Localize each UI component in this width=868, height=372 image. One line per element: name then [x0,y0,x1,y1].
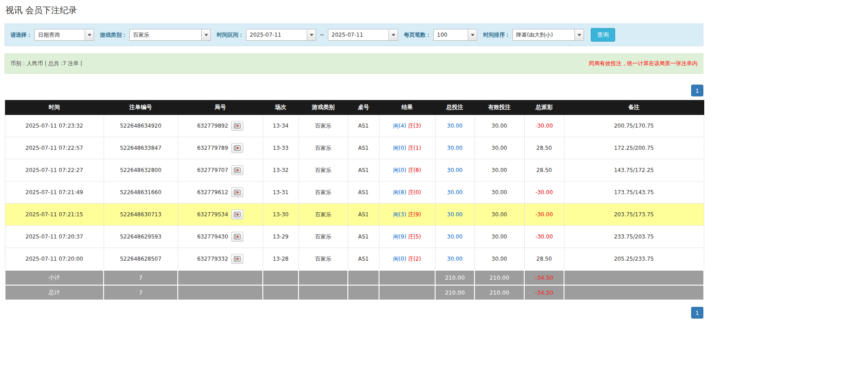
page-size-combo [433,29,477,41]
cell-time: 2025-07-11 07:21:49 [5,181,104,204]
cell-round-id: 632779707 [178,159,263,181]
replay-button[interactable] [231,143,243,153]
result-banker: 庄(0) [408,189,421,196]
replay-video-icon [234,234,241,239]
caret-down-icon [392,34,395,36]
page-size-input[interactable] [434,29,468,40]
replay-button[interactable] [231,210,243,219]
pagination-bottom: 1 [5,307,703,319]
date-from-dropdown-button[interactable] [307,29,316,40]
page-size-dropdown-button[interactable] [468,29,477,40]
total-bet-link[interactable]: 30.00 [447,167,462,173]
total-empty [178,285,263,300]
cell-round-id: 632779892 [178,115,263,137]
page-1-button[interactable]: 1 [691,85,703,96]
caret-down-icon [471,34,474,36]
cell-game-type: 百家乐 [299,159,348,181]
result-banker: 庄(5) [408,234,421,240]
subtotal-count: 7 [104,270,178,285]
cell-total-payout: -30.00 [524,181,564,204]
table-body: 2025-07-11 07:23:32 522648634920 6327798… [5,115,704,271]
filter-bar: 请选择： 游戏类别： 时间区间： ~ 每页笔数： 时间排序： [5,24,703,46]
cell-valid-bet: 30.00 [474,204,524,226]
cell-session: 13-30 [263,204,299,226]
total-bet-link[interactable]: 30.00 [447,211,462,218]
total-payout: -34.50 [524,285,564,300]
game-type-dropdown-button[interactable] [201,29,210,40]
page-1-button[interactable]: 1 [691,307,703,319]
cell-total-payout: 28.50 [524,159,564,181]
total-bet-link[interactable]: 30.00 [447,234,462,240]
caret-down-icon [578,34,581,36]
total-bet-link[interactable]: 30.00 [447,123,462,129]
query-type-dropdown-button[interactable] [85,29,94,40]
result-player: 闲(0) [393,167,406,173]
replay-button[interactable] [231,187,243,197]
cell-total-bet: 30.00 [435,204,474,226]
cell-total-payout: 28.50 [524,248,564,271]
date-from-input[interactable] [247,29,307,40]
cell-table-no: AS1 [348,204,379,226]
date-range-separator: ~ [320,32,324,38]
replay-button[interactable] [231,232,243,242]
table-footer: 小计 7 210.00 210.00 -34.50 总计 7 [5,270,704,300]
summary-notice-text: 同局有效投注，统一计算在该局第一张注单内 [589,60,697,67]
search-button[interactable]: 查询 [591,28,615,42]
cell-note: 173.75/143.75 [564,181,704,204]
time-sort-combo [512,29,584,41]
cell-game-type: 百家乐 [299,204,348,226]
cell-total-payout: -30.00 [524,115,564,137]
total-count: 7 [104,285,178,300]
page-title: 视讯 会员下注纪录 [5,5,702,16]
replay-button[interactable] [231,254,243,264]
date-to-combo [328,29,398,41]
total-label: 总计 [5,285,104,300]
result-player: 闲(9) [393,234,406,240]
result-player: 闲(4) [393,123,406,129]
replay-button[interactable] [231,121,243,131]
subtotal-label: 小计 [5,270,104,285]
cell-bet-id: 522648628507 [104,248,178,271]
replay-button[interactable] [231,165,243,175]
subtotal-empty [379,270,435,285]
header-session: 场次 [263,100,299,115]
cell-total-payout: 28.50 [524,137,564,159]
cell-round-id: 632779430 [178,226,263,248]
game-type-input[interactable] [130,29,201,40]
time-sort-dropdown-button[interactable] [574,29,583,40]
total-bet-link[interactable]: 30.00 [447,145,462,151]
cell-game-type: 百家乐 [299,137,348,159]
cell-session: 13-28 [263,248,299,271]
cell-time: 2025-07-11 07:20:37 [5,226,104,248]
cell-note: 172.25/200.75 [564,137,704,159]
time-sort-label: 时间排序： [483,31,510,39]
bet-records-table: 时间 注单编号 局号 场次 游戏类别 桌号 结果 总投注 有效投注 总派彩 备注… [5,100,704,300]
round-id-text: 632779430 [197,234,228,240]
caret-down-icon [88,34,91,36]
cell-note: 143.75/172.25 [564,159,704,181]
cell-bet-id: 522648629593 [104,226,178,248]
date-to-input[interactable] [328,29,389,40]
subtotal-payout: -34.50 [524,270,564,285]
header-time: 时间 [5,100,104,115]
subtotal-empty [348,270,379,285]
cell-valid-bet: 30.00 [474,137,524,159]
cell-total-bet: 30.00 [435,248,474,271]
date-from-combo [246,29,316,41]
result-banker: 庄(1) [408,145,421,151]
header-game-type: 游戏类别 [299,100,348,115]
header-bet-id: 注单编号 [104,100,178,115]
date-to-dropdown-button[interactable] [389,29,398,40]
replay-video-icon [234,256,241,262]
total-bet-link[interactable]: 30.00 [447,189,462,196]
table-header: 时间 注单编号 局号 场次 游戏类别 桌号 结果 总投注 有效投注 总派彩 备注 [5,100,704,115]
total-bet-link[interactable]: 30.00 [447,256,462,262]
summary-bar: 币别：人民币 | 总共 :7 注单 | 同局有效投注，统一计算在该局第一张注单内 [5,53,703,74]
cell-result: 闲(9) 庄(5) [379,226,435,248]
query-type-input[interactable] [35,29,85,40]
cell-note: 205.25/233.75 [564,248,704,271]
result-banker: 庄(2) [408,256,421,262]
table-row: 2025-07-11 07:21:49 522648631660 6327796… [5,181,704,204]
result-player: 闲(3) [393,211,406,218]
time-sort-input[interactable] [513,29,574,40]
